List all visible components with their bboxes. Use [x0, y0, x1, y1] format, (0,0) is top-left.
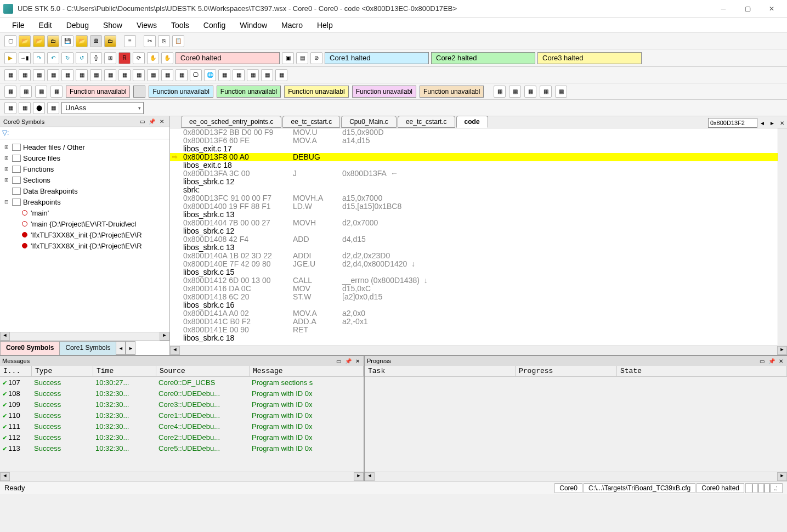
breakpoint-item[interactable]: 'main {D:\Project\EV\RT-Druid\ecl — [0, 218, 169, 229]
code-line[interactable]: libos_sbrk.c 13 — [170, 211, 787, 219]
code-line[interactable]: libos_sbrk.c 18 — [170, 334, 787, 342]
view9-icon[interactable]: ▦ — [118, 69, 131, 81]
breakpoint-item[interactable]: 'main' — [0, 207, 169, 218]
cut-icon[interactable]: ✂ — [144, 35, 156, 47]
code-line[interactable]: 0x800D1412 6D 00 13 00 CALL __errno (0x8… — [170, 276, 787, 285]
list-icon[interactable]: ≡ — [124, 35, 136, 47]
reload-icon[interactable]: ⟳ — [133, 52, 145, 64]
filter-row[interactable]: ▽: — [0, 127, 169, 139]
folder-icon[interactable]: 🗀 — [47, 35, 59, 47]
tree-node[interactable]: ⊞Source files — [0, 152, 169, 163]
tab-core1-symbols[interactable]: Core1 Symbols — [59, 341, 116, 355]
core0-opt3-icon[interactable]: ⊘ — [310, 52, 322, 64]
messages-body[interactable]: ✔107Success10:30:27...Core0::DF_UCBSProg… — [0, 377, 364, 472]
tree-node[interactable]: ⊟Breakpoints — [0, 196, 169, 207]
view16-icon[interactable]: ▦ — [218, 69, 230, 81]
code-prev-icon[interactable]: ◄ — [757, 118, 767, 128]
brackets-icon[interactable]: {} — [90, 52, 102, 64]
code-line[interactable]: 0x800D140A 1B 02 3D 22 ADDI d2,d2,0x23D0 — [170, 252, 787, 260]
code-line[interactable]: libos_sbrk.c 12 — [170, 227, 787, 235]
disasm2-icon[interactable]: ▦ — [19, 102, 31, 114]
minimize-button[interactable]: ─ — [711, 1, 735, 16]
extra4-icon[interactable]: ▦ — [540, 86, 552, 98]
extra3-icon[interactable]: ▦ — [524, 86, 536, 98]
col-time[interactable]: Time — [93, 366, 156, 376]
code-line[interactable]: libos_sbrk.c 13 — [170, 244, 787, 252]
core0-opt1-icon[interactable]: ▣ — [282, 52, 294, 64]
extra5-icon[interactable]: ▦ — [555, 86, 567, 98]
code-line[interactable]: 0x800D13F2 BB D0 00 F9 MOV.U d15,0x900D — [170, 128, 787, 137]
code-hscroll[interactable]: ◄► — [170, 346, 787, 355]
col-source[interactable]: Source — [156, 366, 250, 376]
tree-node[interactable]: ⊞Header files / Other — [0, 142, 169, 152]
code-tab-3[interactable]: ee_tc_cstart.c — [398, 116, 455, 128]
symbols-tree[interactable]: ⊞Header files / Other⊞Source files⊞Funct… — [0, 139, 169, 332]
func-opt2-icon[interactable]: ▦ — [20, 86, 32, 98]
message-row[interactable]: ✔109Success10:32:30...Core3::UDEDebu...P… — [0, 399, 364, 410]
disasm3-icon[interactable]: ⬤ — [33, 102, 45, 114]
disasm1-icon[interactable]: ▦ — [4, 102, 16, 114]
view15-icon[interactable]: 🌐 — [204, 69, 216, 81]
hand-icon[interactable]: ✋ — [147, 52, 159, 64]
progress-hscroll[interactable]: ◄► — [365, 472, 787, 481]
menu-window[interactable]: Window — [233, 19, 274, 32]
open-workspace-icon[interactable]: 📂 — [33, 35, 45, 47]
view20-icon[interactable]: ▦ — [275, 69, 287, 81]
code-line[interactable]: libos_sbrk.c 16 — [170, 301, 787, 309]
view1-icon[interactable]: ▦ — [4, 69, 16, 81]
view2-icon[interactable]: ▦ — [19, 69, 31, 81]
code-tab-active[interactable]: code — [456, 116, 488, 128]
view12-icon[interactable]: ▦ — [161, 69, 173, 81]
code-line[interactable]: 0x800D141E 00 90 RET — [170, 326, 787, 334]
tab-core0-symbols[interactable]: Core0 Symbols — [0, 341, 60, 355]
code-tab-2[interactable]: Cpu0_Main.c — [341, 116, 397, 128]
run-to-icon[interactable]: →▮ — [19, 52, 31, 64]
func-core5[interactable]: Function unavailabl — [420, 86, 484, 98]
tab-prev-icon[interactable]: ◄ — [116, 341, 126, 355]
message-row[interactable]: ✔113Success10:32:30...Core5::UDEDebu...P… — [0, 443, 364, 454]
core3-status[interactable]: Core3 halted — [537, 52, 642, 64]
step-into-icon[interactable]: ↷ — [33, 52, 45, 64]
step-out-icon[interactable]: ↻ — [61, 52, 73, 64]
pane-window-icon[interactable]: ▭ — [138, 117, 146, 126]
func-core0b[interactable] — [133, 86, 145, 98]
func-opt1-icon[interactable]: ▦ — [4, 86, 16, 98]
asm-step-icon[interactable]: ⊞ — [104, 52, 116, 64]
col-task[interactable]: Task — [365, 366, 516, 376]
view5-icon[interactable]: ▦ — [61, 69, 73, 81]
open-target-icon[interactable]: 📂 — [76, 35, 88, 47]
code-line[interactable]: 0x800D13FC 91 00 00 F7 MOVH.A a15,0x7000 — [170, 194, 787, 202]
step-back-icon[interactable]: ↺ — [76, 52, 88, 64]
history-icon[interactable]: 🗀 — [104, 35, 116, 47]
menu-file[interactable]: File — [5, 19, 31, 32]
run-icon[interactable]: ▶ — [4, 52, 16, 64]
code-line[interactable]: 0x800D13FA 3C 00 J 0x800D13FA ← — [170, 169, 787, 178]
code-next-icon[interactable]: ► — [767, 118, 777, 128]
address-input[interactable]: 0x800D13F2 — [708, 118, 757, 128]
prog-window-icon[interactable]: ▭ — [758, 357, 766, 365]
code-line[interactable]: 0x800D1400 19 FF 88 F1 LD.W d15,[a15]0x1… — [170, 202, 787, 211]
message-row[interactable]: ✔112Success10:32:30...Core2::UDEDebu...P… — [0, 432, 364, 443]
reset-icon[interactable]: R — [118, 52, 131, 64]
messages-hscroll[interactable]: ◄► — [0, 472, 364, 481]
col-type[interactable]: Type — [32, 366, 93, 376]
menu-edit[interactable]: Edit — [32, 19, 59, 32]
code-line[interactable]: libos_exit.c 18 — [170, 161, 787, 169]
tab-next-icon[interactable]: ► — [126, 341, 135, 355]
col-id[interactable]: I... — [0, 366, 32, 376]
col-message[interactable]: Message — [250, 366, 364, 376]
code-line[interactable]: sbrk: — [170, 186, 787, 194]
progress-body[interactable] — [365, 377, 787, 472]
code-tab-1[interactable]: ee_tc_cstart.c — [282, 116, 340, 128]
code-line[interactable]: libos_sbrk.c 12 — [170, 178, 787, 186]
code-line[interactable]: 0x800D13F6 60 FE MOV.A a14,d15 — [170, 137, 787, 145]
prog-pin-icon[interactable]: 📌 — [767, 357, 775, 365]
code-line[interactable]: 0x800D1416 DA 0C MOV d15,0xC — [170, 285, 787, 293]
code-line[interactable]: 0x800D140E 7F 42 09 80 JGE.U d2,d4,0x800… — [170, 260, 787, 268]
save-icon[interactable]: 💾 — [61, 35, 73, 47]
menu-macro[interactable]: Macro — [275, 19, 309, 32]
core0-status[interactable]: Core0 halted — [175, 52, 280, 64]
print-icon[interactable]: 🖶 — [90, 35, 102, 47]
disasm-mode-combo[interactable]: UnAss — [61, 102, 144, 114]
breakpoint-item[interactable]: 'IfxTLF3XX8X_init {D:\Project\EV\R — [0, 229, 169, 240]
